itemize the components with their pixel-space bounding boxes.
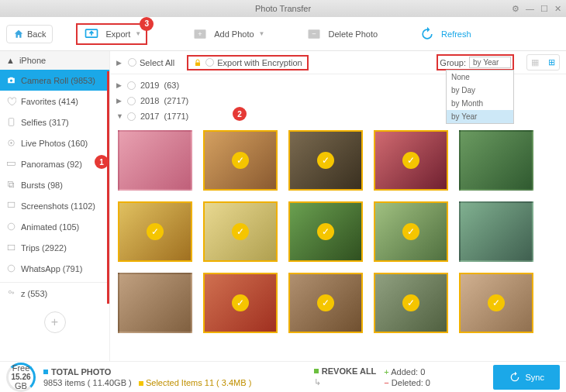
album-favorites[interactable]: Favorites (414) bbox=[0, 91, 109, 112]
thumbnail[interactable]: ✓ bbox=[118, 201, 192, 262]
select-all-label: Select All bbox=[140, 58, 174, 67]
close-icon[interactable]: ✕ bbox=[554, 4, 561, 14]
thumbnail[interactable]: ✓ bbox=[374, 130, 448, 191]
checkbox-icon bbox=[128, 58, 136, 67]
device-header[interactable]: ▲ iPhone bbox=[0, 51, 109, 70]
check-icon: ✓ bbox=[317, 152, 334, 169]
sync-label: Sync bbox=[526, 373, 544, 382]
album-screenshots[interactable]: Screenshots (1102) bbox=[0, 195, 109, 216]
view-grid-icon[interactable]: ⊞ bbox=[544, 55, 559, 70]
album-whatsapp[interactable]: WhatsApp (791) bbox=[0, 258, 109, 279]
add-photo-button[interactable]: + Add Photo ▼ bbox=[186, 23, 269, 45]
thumbnail[interactable] bbox=[118, 130, 192, 191]
album-label: z (553) bbox=[21, 289, 47, 298]
year-count: (63) bbox=[164, 81, 179, 90]
album-bursts[interactable]: Bursts (98) bbox=[0, 174, 109, 195]
select-all[interactable]: Select All bbox=[128, 58, 174, 67]
album-label: Bursts (98) bbox=[21, 181, 63, 190]
group-select[interactable]: by Year bbox=[469, 57, 511, 68]
heart-icon bbox=[6, 96, 16, 106]
svg-rect-9 bbox=[8, 162, 16, 165]
checkbox-icon bbox=[127, 112, 136, 121]
thumbnail[interactable]: ✓ bbox=[203, 273, 278, 333]
back-label: Back bbox=[27, 29, 46, 39]
thumbnail[interactable]: ✓ bbox=[288, 201, 363, 262]
thumbnail[interactable] bbox=[118, 273, 192, 333]
export-button[interactable]: Export ▼ 3 bbox=[76, 23, 147, 45]
check-icon: ✓ bbox=[232, 294, 249, 311]
delete-photo-icon: − bbox=[305, 26, 323, 42]
delete-photo-label: Delete Photo bbox=[328, 29, 378, 39]
check-icon: ✓ bbox=[488, 294, 505, 311]
group-opt-year[interactable]: by Year bbox=[447, 110, 513, 123]
revoke-arrow-icon[interactable]: ↳ bbox=[314, 377, 377, 387]
maximize-icon[interactable]: ☐ bbox=[540, 4, 548, 14]
group-dropdown: None by Day by Month by Year bbox=[446, 70, 514, 124]
live-icon bbox=[6, 138, 16, 148]
add-album-button[interactable]: + bbox=[44, 311, 66, 333]
album-camera-roll[interactable]: Camera Roll (9853) bbox=[0, 70, 109, 91]
home-icon bbox=[13, 29, 24, 40]
lock-icon bbox=[193, 58, 202, 67]
check-icon: ✓ bbox=[232, 223, 249, 240]
year-label: 2017 bbox=[140, 112, 159, 121]
svg-text:+: + bbox=[198, 29, 202, 37]
thumbnail[interactable]: ✓ bbox=[288, 130, 363, 191]
thumbnail[interactable]: ✓ bbox=[459, 273, 533, 333]
album-panoramas[interactable]: Panoramas (92) bbox=[0, 153, 109, 174]
thumbnail[interactable]: ✓ bbox=[203, 130, 278, 191]
thumbnail[interactable] bbox=[459, 201, 533, 262]
svg-rect-11 bbox=[9, 183, 13, 187]
encrypt-label: Export with Encryption bbox=[217, 58, 302, 67]
chevron-down-icon: ▼ bbox=[259, 30, 265, 37]
checkbox-icon bbox=[127, 81, 136, 90]
delete-photo-button[interactable]: − Delete Photo bbox=[300, 23, 382, 45]
settings-icon[interactable]: ⚙ bbox=[512, 4, 519, 14]
album-trips[interactable]: Trips (2922) bbox=[0, 237, 109, 258]
album-selfies[interactable]: Selfies (317) bbox=[0, 112, 109, 132]
thumbnail-grid: ✓ ✓ ✓ ✓ ✓ ✓ ✓ ✓ ✓ ✓ ✓ bbox=[110, 127, 566, 336]
thumbnail[interactable]: ✓ bbox=[288, 273, 363, 333]
album-shared[interactable]: z (553) bbox=[0, 282, 109, 304]
whatsapp-icon bbox=[6, 263, 16, 273]
svg-rect-10 bbox=[9, 182, 12, 186]
album-live[interactable]: Live Photos (160) bbox=[0, 132, 109, 153]
sync-button[interactable]: Sync bbox=[493, 365, 560, 390]
group-opt-day[interactable]: by Day bbox=[447, 84, 513, 97]
step-badge-1: 1 bbox=[95, 155, 109, 169]
camera-icon bbox=[6, 75, 16, 85]
svg-point-5 bbox=[10, 79, 12, 81]
sidebar: ▲ iPhone Camera Roll (9853) Favorites (4… bbox=[0, 51, 110, 361]
group-opt-month[interactable]: by Month bbox=[447, 97, 513, 110]
panorama-icon bbox=[6, 159, 16, 169]
album-animated[interactable]: Animated (105) bbox=[0, 216, 109, 237]
group-opt-none[interactable]: None bbox=[447, 70, 513, 84]
total-label: TOTAL PHOTO bbox=[51, 367, 111, 377]
check-icon: ✓ bbox=[402, 294, 419, 311]
caret-icon: ▼ bbox=[116, 112, 123, 120]
total-info: TOTAL PHOTO 9853 items ( 11.40GB ) Selec… bbox=[43, 367, 251, 387]
burst-icon bbox=[6, 180, 16, 190]
refresh-button[interactable]: Refresh bbox=[413, 23, 476, 45]
back-button[interactable]: Back bbox=[6, 25, 53, 43]
selfie-icon bbox=[6, 117, 16, 127]
total-text: 9853 items ( 11.40GB ) bbox=[43, 378, 132, 387]
thumbnail[interactable] bbox=[459, 130, 533, 191]
people-icon bbox=[6, 288, 16, 298]
toolbar: Back Export ▼ 3 + Add Photo ▼ − Delete P… bbox=[0, 17, 566, 51]
svg-point-13 bbox=[8, 223, 15, 230]
selected-text: Selected Items 11 ( 3.4MB ) bbox=[146, 378, 251, 387]
thumbnail[interactable]: ✓ bbox=[374, 273, 448, 333]
group-label: Group: bbox=[440, 58, 466, 67]
thumbnail[interactable]: ✓ bbox=[203, 201, 278, 262]
minimize-icon[interactable]: — bbox=[526, 4, 534, 13]
step-badge-2: 2 bbox=[233, 107, 247, 121]
thumbnail[interactable]: ✓ bbox=[374, 201, 448, 262]
expand-icon[interactable]: ▶ bbox=[116, 59, 122, 67]
year-count: (2717) bbox=[164, 96, 188, 105]
view-large-icon[interactable]: ▦ bbox=[527, 55, 543, 70]
add-photo-label: Add Photo bbox=[214, 29, 254, 39]
album-label: Animated (105) bbox=[21, 222, 79, 232]
device-label: iPhone bbox=[19, 56, 46, 65]
export-encryption[interactable]: Export with Encryption bbox=[187, 55, 308, 70]
